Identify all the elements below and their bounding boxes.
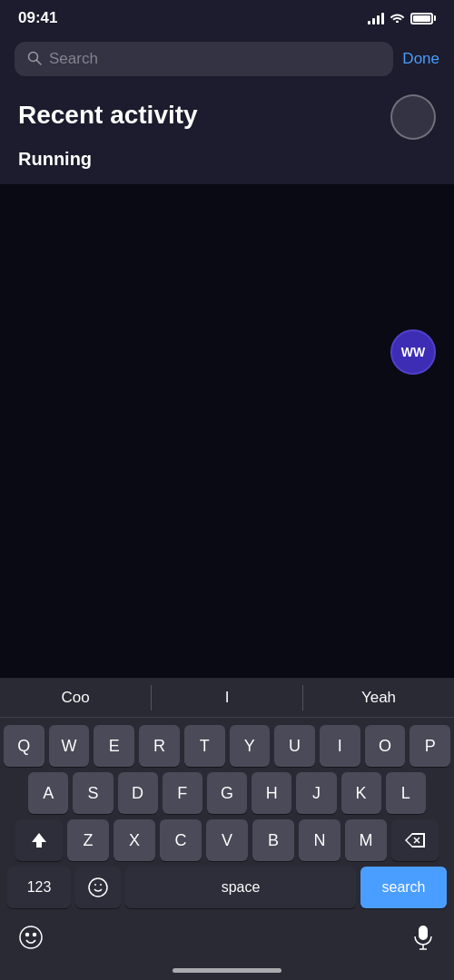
search-icon	[27, 51, 42, 68]
key-w[interactable]: W	[49, 725, 90, 767]
search-input[interactable]: Search	[49, 50, 380, 68]
wifi-icon	[390, 11, 405, 25]
search-bar[interactable]: Search	[15, 42, 393, 76]
microphone-icon[interactable]	[407, 921, 439, 954]
ww-badge[interactable]: WW	[390, 329, 436, 375]
key-k[interactable]: K	[341, 772, 381, 814]
key-y[interactable]: Y	[230, 725, 271, 767]
emoji-key[interactable]	[75, 867, 121, 908]
keyboard: Coo I Yeah Q W E R T Y U I O P A	[0, 678, 454, 980]
key-x[interactable]: X	[114, 819, 155, 861]
predictive-left[interactable]: Coo	[0, 678, 151, 717]
key-h[interactable]: H	[252, 772, 291, 814]
home-indicator	[0, 963, 454, 980]
predictive-right[interactable]: Yeah	[303, 678, 454, 717]
ww-logo: WW	[401, 345, 425, 359]
key-c[interactable]: C	[160, 819, 202, 861]
key-p[interactable]: P	[410, 725, 450, 767]
svg-point-10	[34, 934, 36, 936]
key-l[interactable]: L	[386, 772, 426, 814]
main-content: Recent activity Running	[0, 85, 454, 184]
key-m[interactable]: M	[345, 819, 387, 861]
key-r[interactable]: R	[139, 725, 180, 767]
key-row-1: Q W E R T Y U I O P	[4, 725, 450, 767]
svg-rect-11	[419, 926, 428, 940]
space-key[interactable]: space	[125, 867, 356, 908]
svg-point-8	[20, 926, 42, 948]
predictive-bar: Coo I Yeah	[0, 678, 454, 718]
signal-icon	[368, 12, 384, 24]
shift-key[interactable]	[15, 819, 63, 861]
delete-key[interactable]	[391, 819, 439, 861]
battery-icon	[410, 13, 436, 24]
key-j[interactable]: J	[296, 772, 336, 814]
key-b[interactable]: B	[252, 819, 294, 861]
bottom-action-row	[0, 916, 454, 963]
emoji-face-icon[interactable]	[15, 921, 47, 954]
predictive-center[interactable]: I	[152, 678, 302, 717]
key-s[interactable]: S	[73, 772, 113, 814]
svg-point-9	[26, 934, 29, 936]
svg-line-1	[37, 60, 42, 64]
key-row-bottom: 123 space search	[4, 867, 450, 912]
key-z[interactable]: Z	[67, 819, 109, 861]
keyboard-rows: Q W E R T Y U I O P A S D F G H J	[0, 718, 454, 916]
avatar	[390, 94, 436, 140]
svg-marker-2	[32, 833, 46, 848]
numbers-key[interactable]: 123	[7, 867, 71, 908]
home-bar	[173, 968, 281, 973]
search-area: Search Done	[0, 33, 454, 85]
status-time: 09:41	[18, 9, 57, 27]
status-icons	[368, 11, 436, 25]
key-row-2: A S D F G H J K L	[4, 772, 450, 814]
recent-activity-title: Recent activity	[18, 100, 436, 131]
key-f[interactable]: F	[163, 772, 202, 814]
svg-point-5	[89, 878, 107, 897]
key-t[interactable]: T	[184, 725, 225, 767]
status-bar: 09:41	[0, 0, 454, 33]
done-button[interactable]: Done	[402, 46, 439, 72]
key-n[interactable]: N	[299, 819, 340, 861]
key-q[interactable]: Q	[4, 725, 44, 767]
key-v[interactable]: V	[206, 819, 248, 861]
key-i[interactable]: I	[320, 725, 360, 767]
running-label: Running	[18, 149, 436, 170]
key-row-3: Z X C V B N M	[4, 819, 450, 861]
search-button[interactable]: search	[360, 867, 447, 908]
key-g[interactable]: G	[207, 772, 247, 814]
key-d[interactable]: D	[118, 772, 158, 814]
key-a[interactable]: A	[28, 772, 68, 814]
key-u[interactable]: U	[274, 725, 315, 767]
key-e[interactable]: E	[94, 725, 134, 767]
key-o[interactable]: O	[365, 725, 406, 767]
